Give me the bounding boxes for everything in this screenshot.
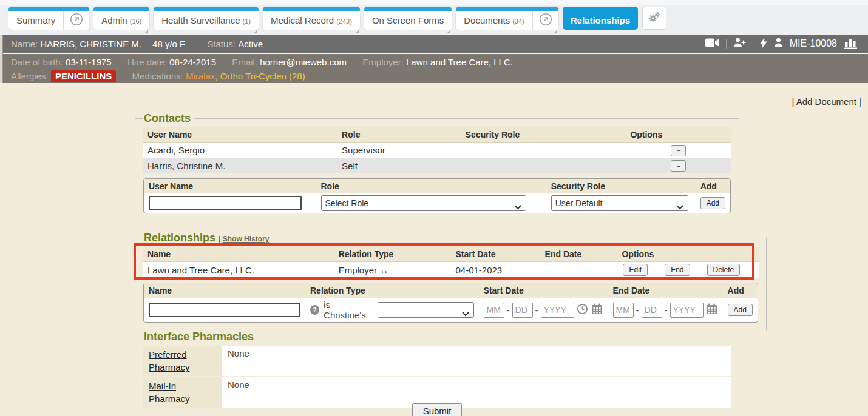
remove-contact-button[interactable]: − — [671, 145, 686, 156]
end-relationship-button[interactable]: End — [665, 264, 690, 276]
mail-in-pharmacy-link[interactable]: Mail-In Pharmacy — [149, 381, 190, 404]
add-person-icon[interactable] — [733, 38, 746, 50]
patient-status: Active — [238, 39, 263, 49]
chart-icon[interactable] — [844, 37, 858, 50]
lightning-icon[interactable] — [760, 38, 767, 50]
tab-on-screen-forms[interactable]: On Screen Forms — [364, 11, 452, 30]
medications-separator: , — [215, 71, 220, 81]
medication-1[interactable]: Miralax — [186, 71, 215, 81]
hire-date-label: Hire date: — [127, 57, 167, 67]
pipe: | — [859, 96, 861, 107]
allergies-label: Allergies: — [11, 71, 49, 81]
relationships-header-options: Options — [617, 247, 758, 262]
tab-documents-count: (34) — [512, 18, 524, 25]
contact-user-name-input[interactable] — [149, 196, 302, 210]
date-separator: - — [665, 305, 668, 315]
medication-2[interactable]: Ortho Tri-Cyclen (28) — [220, 71, 305, 81]
tab-admin-count: (16) — [130, 18, 142, 25]
allergy-badge[interactable]: PENICILLINS — [51, 70, 116, 82]
contact-user-name: Harris, Christine M. — [143, 158, 337, 174]
relation-type-select[interactable] — [378, 303, 473, 317]
calendar-icon[interactable] — [591, 303, 603, 317]
pipe: | — [792, 96, 794, 107]
patient-age-sex: 48 y/o F — [152, 39, 185, 49]
end-day-input[interactable] — [642, 303, 662, 318]
summary-jump-button[interactable] — [63, 11, 89, 30]
gears-icon — [647, 11, 662, 25]
submit-button[interactable]: Submit — [412, 403, 463, 416]
contact-security-role-select[interactable]: User Default — [552, 196, 688, 210]
contact-row: Acardi, Sergio Supervisor − — [143, 143, 731, 158]
contacts-header-user-name: User Name — [143, 127, 337, 143]
tab-admin-label: Admin — [101, 15, 127, 25]
tab-group-admin: Admin (16) — [93, 7, 149, 30]
pipe: | — [219, 235, 220, 243]
video-camera-icon[interactable] — [705, 38, 719, 49]
relationships-table: Name Relation Type Start Date End Date O… — [143, 247, 759, 278]
settings-button[interactable] — [642, 7, 666, 30]
tab-relationships[interactable]: Relationships — [563, 11, 638, 30]
pharmacy-row: Preferred Pharmacy None — [143, 346, 731, 377]
contacts-title: Contacts — [143, 112, 194, 125]
pharmacies-table: Preferred Pharmacy None Mail-In Pharmacy… — [143, 346, 731, 409]
tab-group-relationships: Relationships — [563, 7, 638, 30]
add-contact-button[interactable]: Add — [700, 197, 725, 209]
submit-row: Submit — [135, 403, 739, 416]
email-label: Email: — [232, 57, 257, 67]
remove-contact-button[interactable]: − — [671, 160, 686, 172]
tab-group-summary: Summary — [8, 7, 89, 30]
contacts-header-options: Options — [625, 127, 731, 143]
add-relationship-header-name: Name — [144, 283, 305, 298]
add-contact-box: User Name Role Security Role Add Select … — [143, 178, 731, 213]
documents-jump-button[interactable] — [532, 11, 558, 30]
contact-security-role-select-wrap: User Default — [551, 195, 688, 211]
preferred-pharmacy-link[interactable]: Preferred Pharmacy — [149, 349, 190, 372]
add-relationship-button[interactable]: Add — [728, 304, 753, 316]
tab-documents[interactable]: Documents (34) — [456, 11, 532, 30]
relationship-end-date — [540, 262, 617, 278]
jump-arrow-icon — [70, 13, 83, 28]
relationships-header-start-date: Start Date — [450, 247, 540, 262]
edit-relationship-button[interactable]: Edit — [623, 264, 648, 276]
add-document-link[interactable]: Add Document — [796, 96, 856, 107]
patient-header-bar: Name: HARRIS, CHRISTINE M. 48 y/o F Stat… — [0, 35, 868, 53]
delete-relationship-button[interactable]: Delete — [707, 264, 741, 276]
add-relationship-header-relation-type: Relation Type — [305, 283, 479, 298]
contacts-table: User Name Role Security Role Options Aca… — [143, 127, 731, 173]
patient-name: HARRIS, CHRISTINE M. — [40, 39, 141, 49]
contact-security-role — [461, 143, 626, 158]
contact-role-select[interactable]: Select Role — [322, 196, 526, 210]
demographics-line-2: Allergies: PENICILLINS Medications: Mira… — [11, 69, 858, 83]
relationships-header-relation-type: Relation Type — [334, 247, 451, 262]
tab-health-surveillance[interactable]: Health Surveillance (1) — [154, 11, 259, 30]
add-contact-header-user-name: User Name — [144, 179, 316, 193]
email-value: horner@mieweb.com — [260, 57, 347, 67]
relationship-type: Employer — [339, 265, 377, 275]
contact-security-role — [461, 158, 626, 174]
tab-summary[interactable]: Summary — [8, 11, 63, 30]
person-icon[interactable] — [774, 38, 783, 50]
tab-admin[interactable]: Admin (16) — [93, 11, 149, 30]
end-month-input[interactable] — [613, 303, 634, 318]
add-contact-header-role: Role — [316, 179, 546, 193]
start-day-input[interactable] — [512, 303, 533, 318]
interface-pharmacies-title: Interface Pharmacies — [143, 330, 257, 343]
show-history-link[interactable]: Show History — [223, 235, 270, 243]
relationship-name-input[interactable] — [149, 303, 300, 317]
add-relationship-header-add: Add — [723, 283, 758, 298]
contacts-header-security-role: Security Role — [461, 127, 626, 143]
relationships-header-name: Name — [143, 247, 334, 262]
dob-label: Date of birth: — [11, 57, 63, 67]
date-separator: - — [535, 305, 538, 315]
end-year-input[interactable] — [670, 303, 704, 318]
clock-icon[interactable] — [577, 303, 588, 317]
start-month-input[interactable] — [484, 303, 504, 318]
tab-group-medical-record: Medical Record (243) — [263, 7, 360, 30]
preferred-pharmacy-value: None — [222, 346, 731, 377]
add-contact-header-add: Add — [696, 179, 730, 193]
tab-documents-label: Documents — [464, 15, 510, 25]
help-icon[interactable]: ? — [310, 305, 319, 315]
calendar-icon[interactable] — [706, 303, 717, 317]
start-year-input[interactable] — [541, 303, 574, 318]
tab-medical-record[interactable]: Medical Record (243) — [263, 11, 360, 30]
